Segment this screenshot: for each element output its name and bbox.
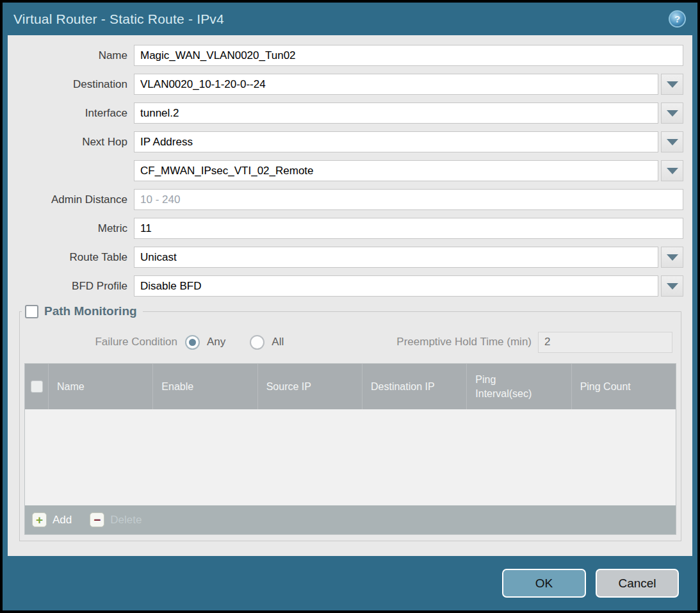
route-table-dropdown-button[interactable] [661, 247, 683, 268]
name-input[interactable] [134, 45, 683, 66]
delete-button-label: Delete [110, 514, 142, 527]
table-toolbar: + Add − Delete [25, 505, 676, 534]
bfd-profile-dropdown-button[interactable] [661, 275, 683, 297]
chevron-down-icon [667, 283, 678, 290]
failure-condition-label: Failure Condition [20, 336, 185, 348]
destination-label: Destination [8, 78, 134, 91]
next-hop-address-row [8, 160, 692, 181]
name-label: Name [8, 49, 134, 62]
next-hop-address-dropdown-button[interactable] [661, 160, 683, 181]
metric-label: Metric [8, 222, 134, 235]
interface-dropdown-button[interactable] [661, 102, 683, 124]
column-header-enable: Enable [152, 364, 257, 409]
static-route-dialog: Virtual Router - Static Route - IPv4 ? N… [3, 3, 697, 610]
plus-icon: + [32, 512, 47, 527]
add-button[interactable]: + Add [32, 512, 72, 527]
bfd-profile-label: BFD Profile [8, 280, 134, 293]
failure-condition-any-option: Any [185, 335, 225, 350]
cancel-button[interactable]: Cancel [596, 569, 679, 598]
table-header-checkbox-cell [25, 364, 48, 409]
dialog-titlebar: Virtual Router - Static Route - IPv4 ? [3, 3, 697, 35]
radio-any-label: Any [207, 336, 225, 348]
table-body-empty [25, 409, 676, 505]
chevron-down-icon [667, 110, 678, 117]
metric-input[interactable] [134, 218, 683, 239]
destination-input[interactable] [134, 74, 658, 95]
chevron-down-icon [667, 81, 678, 88]
dialog-footer: OK Cancel [3, 556, 697, 610]
radio-all-label: All [272, 336, 284, 348]
next-hop-row: Next Hop [8, 131, 692, 152]
dialog-content: Name Destination Interface Next Hop [8, 35, 692, 556]
column-header-source-ip: Source IP [257, 364, 362, 409]
bfd-profile-input[interactable] [134, 275, 658, 297]
interface-row: Interface [8, 102, 692, 124]
path-monitoring-title: Path Monitoring [44, 304, 137, 318]
dialog-title: Virtual Router - Static Route - IPv4 [13, 12, 224, 27]
minus-icon: − [90, 512, 104, 527]
failure-condition-row: Failure Condition Any All Preemptive Hol… [20, 331, 681, 353]
chevron-down-icon [667, 139, 678, 145]
column-header-name: Name [48, 364, 152, 409]
destination-dropdown-button[interactable] [661, 74, 683, 95]
delete-button[interactable]: − Delete [90, 512, 142, 527]
path-monitoring-legend: Path Monitoring [22, 304, 143, 318]
chevron-down-icon [667, 254, 678, 261]
select-all-checkbox[interactable] [31, 380, 43, 393]
next-hop-type-input[interactable] [134, 131, 658, 152]
interface-label: Interface [8, 107, 134, 120]
name-row: Name [8, 45, 692, 66]
route-table-input[interactable] [134, 247, 658, 268]
next-hop-address-input[interactable] [134, 160, 658, 181]
ok-button[interactable]: OK [502, 569, 586, 598]
admin-distance-input[interactable] [134, 189, 683, 210]
preemptive-hold-time-input[interactable] [538, 332, 672, 353]
column-header-ping-count: Ping Count [571, 364, 676, 409]
radio-all[interactable] [250, 335, 265, 350]
interface-input[interactable] [134, 102, 658, 124]
chevron-down-icon [667, 168, 678, 174]
column-header-ping-interval: Ping Interval(sec) [466, 364, 571, 409]
bfd-profile-row: BFD Profile [8, 275, 692, 297]
route-table-label: Route Table [8, 251, 134, 264]
path-monitoring-checkbox[interactable] [25, 305, 38, 318]
column-header-destination-ip: Destination IP [362, 364, 466, 409]
failure-condition-all-option: All [250, 335, 284, 350]
destination-row: Destination [8, 74, 692, 95]
next-hop-label: Next Hop [8, 136, 134, 149]
admin-distance-label: Admin Distance [8, 193, 134, 206]
metric-row: Metric [8, 218, 692, 239]
radio-any[interactable] [185, 335, 200, 350]
path-monitoring-group: Path Monitoring Failure Condition Any Al… [19, 304, 681, 541]
admin-distance-row: Admin Distance [8, 189, 692, 210]
next-hop-dropdown-button[interactable] [661, 131, 683, 152]
route-table-row: Route Table [8, 247, 692, 268]
table-header-row: Name Enable Source IP Destination IP Pin… [25, 364, 676, 409]
help-icon[interactable]: ? [669, 10, 686, 28]
preemptive-hold-time-label: Preemptive Hold Time (min) [396, 336, 538, 348]
add-button-label: Add [53, 514, 72, 527]
path-monitoring-table: Name Enable Source IP Destination IP Pin… [24, 363, 676, 535]
